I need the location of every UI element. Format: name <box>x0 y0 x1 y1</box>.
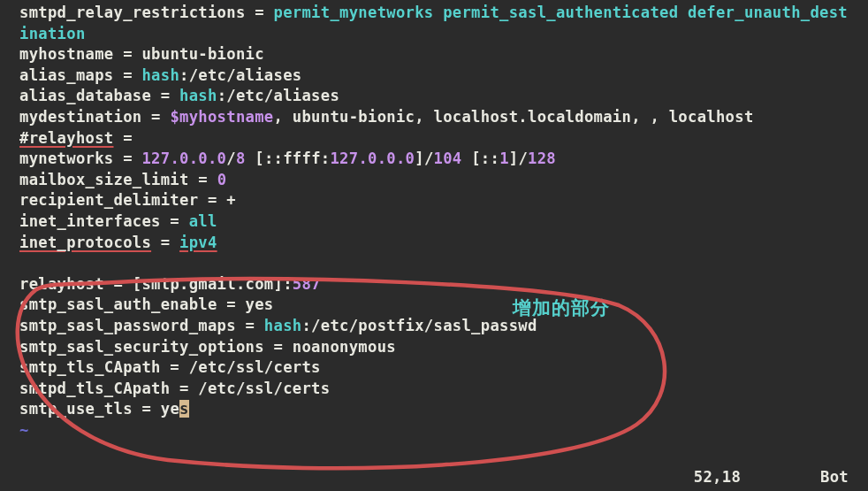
config-line: alias_database = hash:/etc/aliases <box>19 86 849 107</box>
cursor-position: 52,18 <box>694 467 741 488</box>
config-line: inet_protocols = ipv4 <box>19 233 849 254</box>
config-line: smtpd_relay_restrictions = permit_mynetw… <box>19 3 849 44</box>
cursor: s <box>179 400 189 418</box>
annotation-label: 增加的部分 <box>513 297 610 318</box>
terminal-editor[interactable]: { "lines": { "l1_key":"smtpd_relay_restr… <box>0 0 868 491</box>
config-line: smtp_sasl_password_maps = hash:/etc/post… <box>19 316 849 337</box>
config-line: mynetworks = 127.0.0.0/8 [::ffff:127.0.0… <box>19 149 849 170</box>
config-line: smtp_sasl_auth_enable = yes <box>19 295 849 316</box>
scroll-indicator: Bot <box>820 467 849 488</box>
config-line: #relayhost = <box>19 128 849 150</box>
config-line: smtp_tls_CApath = /etc/ssl/certs <box>19 357 849 379</box>
config-line: smtp_use_tls = yes <box>19 399 849 420</box>
config-line: mydestination = $myhostname, ubuntu-bion… <box>19 107 849 128</box>
config-line: smtp_sasl_security_options = noanonymous <box>19 337 849 358</box>
status-bar: 52,18 Bot <box>694 467 849 488</box>
config-line: inet_interfaces = all <box>19 211 849 233</box>
config-line: mailbox_size_limit = 0 <box>19 170 849 191</box>
config-line: relayhost = [smtp.gmail.com]:587 <box>19 274 849 295</box>
config-line: recipient_delimiter = + <box>19 190 849 211</box>
config-line: myhostname = ubuntu-bionic <box>19 44 849 65</box>
config-line <box>19 253 849 274</box>
config-line: smtpd_tls_CApath = /etc/ssl/certs <box>19 379 849 400</box>
config-line: alias_maps = hash:/etc/aliases <box>19 65 849 87</box>
vim-tilde: ~ <box>19 420 849 441</box>
